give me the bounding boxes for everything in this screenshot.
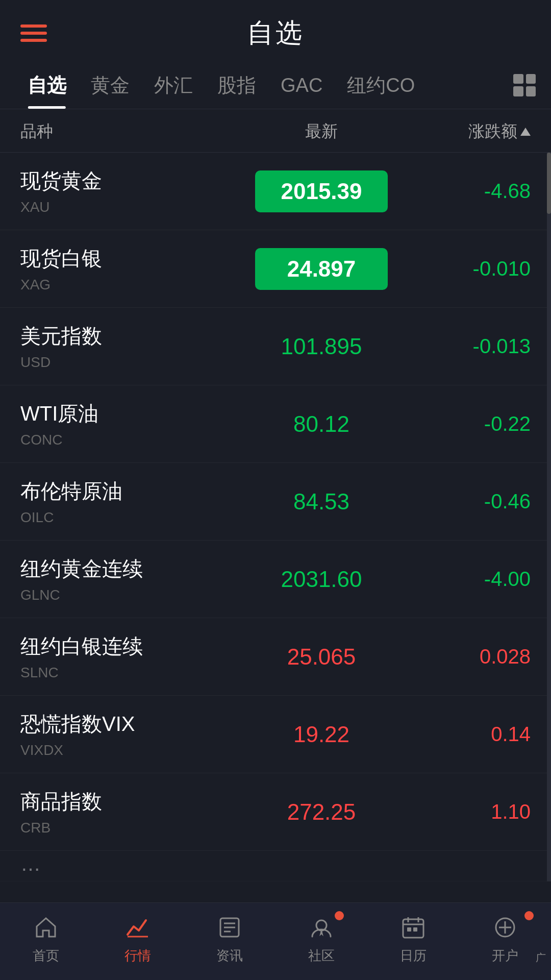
- menu-button[interactable]: [20, 24, 47, 42]
- table-row[interactable]: 现货黄金 XAU 2015.39 -4.68: [0, 153, 551, 230]
- stock-code: CRB: [20, 820, 235, 836]
- stock-info: 布伦特原油 OILC: [20, 477, 235, 526]
- table-row[interactable]: 商品指数 CRB 272.25 1.10: [0, 773, 551, 851]
- stock-price: 25.065: [235, 644, 408, 670]
- stock-code: GLNC: [20, 587, 235, 603]
- col-latest-header: 最新: [235, 120, 408, 143]
- table-row[interactable]: 纽约白银连续 SLNC 25.065 0.028: [0, 618, 551, 696]
- nav-community-label: 社区: [308, 947, 335, 965]
- scrollbar-thumb[interactable]: [547, 153, 551, 214]
- tab-waihui[interactable]: 外汇: [142, 66, 205, 109]
- stock-info: 现货白银 XAG: [20, 244, 235, 293]
- nav-calendar[interactable]: 日历: [383, 913, 444, 965]
- stock-code: OILC: [20, 509, 235, 526]
- stock-price: 2015.39: [235, 170, 408, 212]
- tab-zixuan[interactable]: 自选: [15, 66, 79, 109]
- stock-change: -0.013: [408, 335, 531, 358]
- community-icon: [307, 913, 336, 942]
- stock-code: XAU: [20, 199, 235, 215]
- sort-arrow-icon[interactable]: [520, 128, 531, 136]
- nav-home-label: 首页: [33, 947, 59, 965]
- price-badge: 2015.39: [255, 170, 388, 212]
- nav-market-label: 行情: [124, 947, 151, 965]
- stock-change: 0.028: [408, 645, 531, 668]
- stock-change: -4.00: [408, 568, 531, 591]
- page-title: 自选: [247, 15, 304, 51]
- stock-info-partial: …: [20, 852, 531, 879]
- stock-info: 纽约黄金连续 GLNC: [20, 555, 235, 603]
- stock-info: 恐慌指数VIX VIXDX: [20, 710, 235, 758]
- grid-icon: [513, 74, 536, 96]
- stock-name: 现货黄金: [20, 167, 235, 195]
- tab-newyork[interactable]: 纽约CO: [335, 66, 427, 109]
- col-change-header: 涨跌额: [408, 120, 531, 143]
- stock-price: 84.53: [235, 489, 408, 514]
- price-text: 2031.60: [281, 567, 362, 592]
- table-row[interactable]: WTI原油 CONC 80.12 -0.22: [0, 385, 551, 463]
- stock-code: VIXDX: [20, 742, 235, 758]
- scrollbar-track: [547, 153, 551, 881]
- menu-line-2: [20, 32, 47, 35]
- nav-news-label: 资讯: [216, 947, 243, 965]
- tab-huangjin[interactable]: 黄金: [79, 66, 142, 109]
- stock-info: 现货黄金 XAU: [20, 167, 235, 215]
- stock-change: 0.14: [408, 723, 531, 746]
- stock-name: 纽约黄金连续: [20, 555, 235, 583]
- stock-change: -0.22: [408, 412, 531, 435]
- stock-name: 纽约白银连续: [20, 632, 235, 660]
- stock-info: WTI原油 CONC: [20, 400, 235, 448]
- stock-change: -0.010: [408, 257, 531, 280]
- tab-gac[interactable]: GAC: [268, 68, 335, 107]
- ad-label: 广: [536, 951, 546, 965]
- stock-change: -4.68: [408, 180, 531, 203]
- stock-change: -0.46: [408, 490, 531, 513]
- stock-info: 美元指数 USD: [20, 322, 235, 371]
- price-text: 25.065: [287, 644, 356, 669]
- price-text: 101.895: [281, 334, 362, 359]
- tab-guzhi[interactable]: 股指: [205, 66, 268, 109]
- stock-code: SLNC: [20, 665, 235, 681]
- stock-change: 1.10: [408, 800, 531, 823]
- nav-calendar-label: 日历: [400, 947, 427, 965]
- stock-name: 恐慌指数VIX: [20, 710, 235, 738]
- table-row-partial: …: [0, 851, 551, 881]
- stock-name-partial: …: [20, 852, 531, 875]
- news-icon: [215, 913, 244, 942]
- price-text: 19.22: [293, 722, 349, 747]
- stock-name: 商品指数: [20, 788, 235, 816]
- nav-news[interactable]: 资讯: [199, 913, 260, 965]
- stock-list: 现货黄金 XAU 2015.39 -4.68 现货白银 XAG 24.897 -…: [0, 153, 551, 881]
- stock-name: 美元指数: [20, 322, 235, 350]
- stock-price: 80.12: [235, 411, 408, 437]
- nav-community[interactable]: 社区: [291, 913, 352, 965]
- table-row[interactable]: 美元指数 USD 101.895 -0.013: [0, 308, 551, 385]
- nav-account[interactable]: 开户 广: [474, 913, 536, 965]
- stock-price: 272.25: [235, 799, 408, 825]
- nav-market[interactable]: 行情: [107, 913, 168, 965]
- stock-price: 19.22: [235, 722, 408, 747]
- svg-rect-10: [407, 927, 411, 932]
- table-row[interactable]: 纽约黄金连续 GLNC 2031.60 -4.00: [0, 541, 551, 618]
- stock-code: CONC: [20, 432, 235, 448]
- price-text: 272.25: [287, 799, 356, 824]
- table-row[interactable]: 恐慌指数VIX VIXDX 19.22 0.14: [0, 696, 551, 773]
- col-name-header: 品种: [20, 120, 235, 143]
- header: 自选: [0, 0, 551, 61]
- stock-name: WTI原油: [20, 400, 235, 428]
- stock-name: 布伦特原油: [20, 477, 235, 505]
- table-row[interactable]: 布伦特原油 OILC 84.53 -0.46: [0, 463, 551, 541]
- svg-rect-11: [413, 927, 417, 932]
- price-badge: 24.897: [255, 248, 388, 290]
- nav-account-label: 开户: [492, 947, 518, 965]
- menu-line-3: [20, 39, 47, 42]
- stock-price: 24.897: [235, 248, 408, 290]
- table-row[interactable]: 现货白银 XAG 24.897 -0.010: [0, 230, 551, 308]
- menu-line-1: [20, 24, 47, 28]
- community-badge: [335, 911, 344, 920]
- stock-name: 现货白银: [20, 244, 235, 273]
- grid-view-button[interactable]: [513, 74, 536, 102]
- stock-info: 纽约白银连续 SLNC: [20, 632, 235, 681]
- price-text: 80.12: [293, 411, 349, 436]
- nav-home[interactable]: 首页: [15, 913, 77, 965]
- stock-code: USD: [20, 354, 235, 371]
